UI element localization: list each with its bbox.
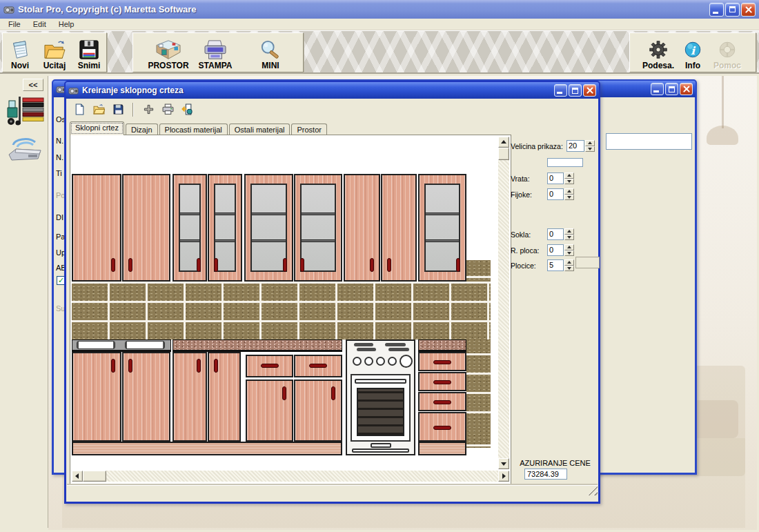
- new-page-icon[interactable]: [73, 104, 86, 116]
- minimize-button[interactable]: [709, 3, 724, 17]
- price-field[interactable]: 73284.39: [524, 469, 567, 480]
- menu-help[interactable]: Help: [53, 19, 80, 29]
- plocice-field[interactable]: 5: [547, 259, 564, 271]
- tab-plocasti-materijal[interactable]: Plocasti materijal: [159, 124, 228, 135]
- velicina-spin-down[interactable]: [585, 146, 595, 152]
- row-velicina: Velicina prikaza:20: [509, 140, 601, 152]
- bg-form-label-5: DI: [56, 213, 63, 221]
- r_ploca-spin-up[interactable]: [564, 244, 574, 250]
- vrata-spin-up[interactable]: [564, 173, 574, 179]
- menu-edit[interactable]: Edit: [28, 19, 52, 29]
- close-button[interactable]: [741, 3, 756, 17]
- lifebuoy-icon: [716, 39, 739, 60]
- plocice-spin-up[interactable]: [564, 259, 574, 266]
- base-drawer: [294, 355, 342, 377]
- child-maximize-button[interactable]: [569, 84, 582, 97]
- menubar: File Edit Help: [0, 19, 759, 30]
- vrata-spinner: [564, 173, 574, 184]
- child-close-button[interactable]: [583, 84, 596, 97]
- maximize-button[interactable]: [725, 3, 740, 17]
- main-toolbar: Novi Ucitaj Snimi PROSTOR STAMPA M: [0, 30, 759, 74]
- child-minimize-button[interactable]: [554, 84, 567, 97]
- velicina-spin-up[interactable]: [585, 140, 595, 146]
- toolbar-separator: [132, 103, 134, 117]
- vrata-field[interactable]: 0: [547, 173, 564, 184]
- ghost-lamp-shade: [707, 126, 738, 145]
- sokla-field[interactable]: 0: [547, 228, 564, 240]
- info-button[interactable]: i Info: [677, 39, 709, 70]
- novi-button[interactable]: Novi: [4, 39, 36, 70]
- door-handle: [456, 258, 460, 272]
- forklift-icon[interactable]: [6, 95, 45, 131]
- plus-icon[interactable]: [142, 104, 155, 116]
- velicina-label: Velicina prikaza:: [511, 142, 563, 150]
- sokla-spin-down[interactable]: [564, 235, 574, 241]
- ucitaj-button[interactable]: Ucitaj: [39, 39, 70, 70]
- stove-burner: [354, 343, 373, 346]
- glass-divider: [180, 213, 199, 215]
- sokla-spinner: [564, 228, 574, 240]
- app-icon: [3, 4, 14, 15]
- collapse-sidebar-button[interactable]: <<: [23, 79, 43, 91]
- bg-form-label-3: Ti: [56, 169, 62, 177]
- prostor-button[interactable]: PROSTOR: [146, 39, 191, 70]
- display-size-slider[interactable]: [547, 158, 583, 167]
- scroll-up-button[interactable]: [498, 137, 509, 148]
- vertical-scroll-thumb[interactable]: [498, 148, 509, 160]
- scroll-down-button[interactable]: [498, 458, 509, 469]
- sokla-label: Sokla:: [511, 230, 531, 239]
- print-icon[interactable]: [161, 104, 174, 116]
- toolbar-tools-group: PROSTOR STAMPA MINI: [132, 32, 304, 72]
- glass-divider: [426, 239, 459, 242]
- podesa-button[interactable]: Podesa.: [642, 39, 674, 70]
- toolbar-file-group: Novi Ucitaj Snimi: [2, 32, 107, 72]
- vertical-scrollbar[interactable]: [498, 137, 509, 469]
- upper-glass-door: [244, 174, 293, 282]
- tab-prostor[interactable]: Prostor: [291, 124, 326, 135]
- open-folder-icon[interactable]: [92, 104, 105, 116]
- fijoke-spin-down[interactable]: [564, 195, 574, 201]
- base-cabinet-door: [122, 352, 170, 442]
- plocice-spin-down[interactable]: [564, 266, 574, 272]
- stove-knob: [388, 357, 397, 366]
- snimi-button[interactable]: Snimi: [73, 39, 105, 70]
- base-cabinet-door: [294, 380, 342, 442]
- child-window-icon: [68, 86, 79, 96]
- fijoke-field[interactable]: 0: [547, 188, 564, 200]
- velicina-field[interactable]: 20: [566, 140, 584, 152]
- drawer-handle: [261, 364, 279, 368]
- screen: Stolar Pro, Copyright (c) Maretta Softwa…: [0, 0, 759, 532]
- fijoke-spin-up[interactable]: [564, 188, 574, 195]
- sokla-spin-up[interactable]: [564, 228, 574, 235]
- r_ploca-label: R. ploca:: [511, 246, 539, 255]
- stampa-button[interactable]: STAMPA: [194, 39, 237, 70]
- bg-close-button[interactable]: [680, 83, 693, 95]
- drawing-canvas[interactable]: [72, 137, 497, 469]
- horizontal-scrollbar[interactable]: [72, 471, 509, 482]
- stove-burner: [388, 348, 409, 351]
- bg-text-field[interactable]: [606, 133, 692, 150]
- vrata-spin-down[interactable]: [564, 179, 574, 185]
- bg-maximize-button[interactable]: [665, 83, 678, 95]
- stove-burner: [385, 343, 406, 346]
- scroll-right-button[interactable]: [498, 471, 509, 482]
- mini-button[interactable]: MINI: [250, 39, 290, 70]
- r_ploca-field[interactable]: 0: [547, 244, 564, 256]
- horizontal-scroll-thumb[interactable]: [83, 471, 106, 482]
- base-cabinet-door: [172, 352, 207, 442]
- r_ploca-spin-down[interactable]: [564, 250, 574, 257]
- tab-dizajn[interactable]: Dizajn: [126, 124, 158, 135]
- scroll-left-button[interactable]: [72, 471, 83, 482]
- bg-minimize-button[interactable]: [651, 83, 664, 95]
- glass-divider: [180, 239, 199, 242]
- scanner-icon[interactable]: [8, 134, 43, 167]
- menu-file[interactable]: File: [3, 19, 26, 29]
- upper-glass-door: [172, 174, 207, 282]
- tab-ostali-materijal[interactable]: Ostali materijal: [229, 124, 290, 135]
- save-floppy-icon[interactable]: [112, 104, 124, 116]
- pomoc-button[interactable]: Pomoc: [711, 39, 743, 70]
- drawer-trim: [352, 449, 409, 453]
- drawer-handle: [433, 426, 451, 430]
- export-icon[interactable]: [181, 104, 193, 116]
- tab-sklopni-crtez[interactable]: Sklopni crtez: [70, 121, 124, 135]
